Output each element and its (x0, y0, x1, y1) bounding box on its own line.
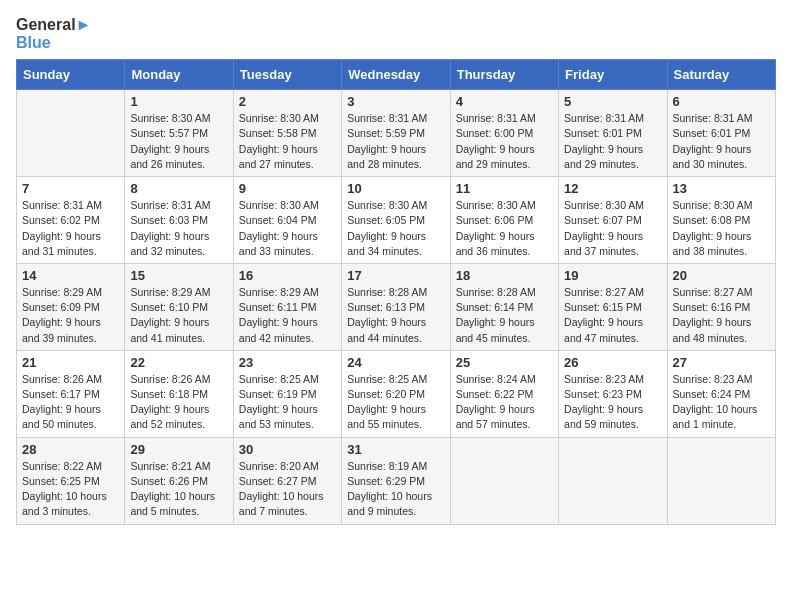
day-info: Sunrise: 8:31 AM Sunset: 6:01 PM Dayligh… (673, 111, 770, 172)
day-info: Sunrise: 8:30 AM Sunset: 6:06 PM Dayligh… (456, 198, 553, 259)
column-header-tuesday: Tuesday (233, 60, 341, 90)
calendar-week-3: 14 Sunrise: 8:29 AM Sunset: 6:09 PM Dayl… (17, 263, 776, 350)
calendar-cell: 23 Sunrise: 8:25 AM Sunset: 6:19 PM Dayl… (233, 350, 341, 437)
calendar-cell: 11 Sunrise: 8:30 AM Sunset: 6:06 PM Dayl… (450, 177, 558, 264)
day-info: Sunrise: 8:31 AM Sunset: 6:03 PM Dayligh… (130, 198, 227, 259)
day-number: 15 (130, 268, 227, 283)
calendar-cell: 21 Sunrise: 8:26 AM Sunset: 6:17 PM Dayl… (17, 350, 125, 437)
day-number: 24 (347, 355, 444, 370)
calendar-week-4: 21 Sunrise: 8:26 AM Sunset: 6:17 PM Dayl… (17, 350, 776, 437)
day-number: 27 (673, 355, 770, 370)
calendar-week-2: 7 Sunrise: 8:31 AM Sunset: 6:02 PM Dayli… (17, 177, 776, 264)
column-header-friday: Friday (559, 60, 667, 90)
day-info: Sunrise: 8:27 AM Sunset: 6:16 PM Dayligh… (673, 285, 770, 346)
calendar-cell: 14 Sunrise: 8:29 AM Sunset: 6:09 PM Dayl… (17, 263, 125, 350)
day-number: 13 (673, 181, 770, 196)
calendar-cell (17, 90, 125, 177)
day-info: Sunrise: 8:23 AM Sunset: 6:24 PM Dayligh… (673, 372, 770, 433)
day-number: 20 (673, 268, 770, 283)
day-info: Sunrise: 8:31 AM Sunset: 5:59 PM Dayligh… (347, 111, 444, 172)
calendar-cell: 16 Sunrise: 8:29 AM Sunset: 6:11 PM Dayl… (233, 263, 341, 350)
calendar-cell: 18 Sunrise: 8:28 AM Sunset: 6:14 PM Dayl… (450, 263, 558, 350)
day-number: 25 (456, 355, 553, 370)
calendar-cell (450, 437, 558, 524)
calendar-cell (559, 437, 667, 524)
day-info: Sunrise: 8:22 AM Sunset: 6:25 PM Dayligh… (22, 459, 119, 520)
calendar-cell: 5 Sunrise: 8:31 AM Sunset: 6:01 PM Dayli… (559, 90, 667, 177)
calendar-cell: 29 Sunrise: 8:21 AM Sunset: 6:26 PM Dayl… (125, 437, 233, 524)
calendar-cell: 3 Sunrise: 8:31 AM Sunset: 5:59 PM Dayli… (342, 90, 450, 177)
calendar-cell: 9 Sunrise: 8:30 AM Sunset: 6:04 PM Dayli… (233, 177, 341, 264)
day-info: Sunrise: 8:29 AM Sunset: 6:09 PM Dayligh… (22, 285, 119, 346)
day-number: 18 (456, 268, 553, 283)
day-number: 5 (564, 94, 661, 109)
day-info: Sunrise: 8:28 AM Sunset: 6:13 PM Dayligh… (347, 285, 444, 346)
calendar-cell: 12 Sunrise: 8:30 AM Sunset: 6:07 PM Dayl… (559, 177, 667, 264)
day-info: Sunrise: 8:24 AM Sunset: 6:22 PM Dayligh… (456, 372, 553, 433)
day-number: 21 (22, 355, 119, 370)
day-number: 16 (239, 268, 336, 283)
day-info: Sunrise: 8:30 AM Sunset: 6:05 PM Dayligh… (347, 198, 444, 259)
day-number: 6 (673, 94, 770, 109)
day-info: Sunrise: 8:31 AM Sunset: 6:01 PM Dayligh… (564, 111, 661, 172)
day-info: Sunrise: 8:30 AM Sunset: 5:58 PM Dayligh… (239, 111, 336, 172)
day-info: Sunrise: 8:30 AM Sunset: 6:08 PM Dayligh… (673, 198, 770, 259)
calendar-week-5: 28 Sunrise: 8:22 AM Sunset: 6:25 PM Dayl… (17, 437, 776, 524)
calendar-week-1: 1 Sunrise: 8:30 AM Sunset: 5:57 PM Dayli… (17, 90, 776, 177)
calendar-cell: 19 Sunrise: 8:27 AM Sunset: 6:15 PM Dayl… (559, 263, 667, 350)
day-number: 28 (22, 442, 119, 457)
day-number: 2 (239, 94, 336, 109)
day-info: Sunrise: 8:31 AM Sunset: 6:02 PM Dayligh… (22, 198, 119, 259)
column-header-thursday: Thursday (450, 60, 558, 90)
day-info: Sunrise: 8:19 AM Sunset: 6:29 PM Dayligh… (347, 459, 444, 520)
calendar-cell: 26 Sunrise: 8:23 AM Sunset: 6:23 PM Dayl… (559, 350, 667, 437)
calendar-cell: 6 Sunrise: 8:31 AM Sunset: 6:01 PM Dayli… (667, 90, 775, 177)
column-header-monday: Monday (125, 60, 233, 90)
day-info: Sunrise: 8:31 AM Sunset: 6:00 PM Dayligh… (456, 111, 553, 172)
calendar-cell: 4 Sunrise: 8:31 AM Sunset: 6:00 PM Dayli… (450, 90, 558, 177)
day-number: 23 (239, 355, 336, 370)
day-number: 11 (456, 181, 553, 196)
day-number: 19 (564, 268, 661, 283)
day-info: Sunrise: 8:23 AM Sunset: 6:23 PM Dayligh… (564, 372, 661, 433)
day-info: Sunrise: 8:25 AM Sunset: 6:19 PM Dayligh… (239, 372, 336, 433)
calendar-cell: 28 Sunrise: 8:22 AM Sunset: 6:25 PM Dayl… (17, 437, 125, 524)
day-info: Sunrise: 8:25 AM Sunset: 6:20 PM Dayligh… (347, 372, 444, 433)
column-header-wednesday: Wednesday (342, 60, 450, 90)
day-info: Sunrise: 8:26 AM Sunset: 6:18 PM Dayligh… (130, 372, 227, 433)
day-info: Sunrise: 8:30 AM Sunset: 6:04 PM Dayligh… (239, 198, 336, 259)
calendar-cell: 1 Sunrise: 8:30 AM Sunset: 5:57 PM Dayli… (125, 90, 233, 177)
day-info: Sunrise: 8:30 AM Sunset: 5:57 PM Dayligh… (130, 111, 227, 172)
day-info: Sunrise: 8:29 AM Sunset: 6:11 PM Dayligh… (239, 285, 336, 346)
logo-blue: Blue (16, 34, 91, 52)
day-info: Sunrise: 8:27 AM Sunset: 6:15 PM Dayligh… (564, 285, 661, 346)
day-number: 3 (347, 94, 444, 109)
day-number: 30 (239, 442, 336, 457)
calendar-cell (667, 437, 775, 524)
day-info: Sunrise: 8:20 AM Sunset: 6:27 PM Dayligh… (239, 459, 336, 520)
day-number: 4 (456, 94, 553, 109)
calendar-cell: 15 Sunrise: 8:29 AM Sunset: 6:10 PM Dayl… (125, 263, 233, 350)
day-number: 7 (22, 181, 119, 196)
calendar-cell: 17 Sunrise: 8:28 AM Sunset: 6:13 PM Dayl… (342, 263, 450, 350)
calendar-cell: 31 Sunrise: 8:19 AM Sunset: 6:29 PM Dayl… (342, 437, 450, 524)
calendar-cell: 24 Sunrise: 8:25 AM Sunset: 6:20 PM Dayl… (342, 350, 450, 437)
day-number: 1 (130, 94, 227, 109)
calendar-cell: 25 Sunrise: 8:24 AM Sunset: 6:22 PM Dayl… (450, 350, 558, 437)
calendar-cell: 2 Sunrise: 8:30 AM Sunset: 5:58 PM Dayli… (233, 90, 341, 177)
day-number: 9 (239, 181, 336, 196)
calendar-cell: 20 Sunrise: 8:27 AM Sunset: 6:16 PM Dayl… (667, 263, 775, 350)
day-number: 29 (130, 442, 227, 457)
calendar-cell: 7 Sunrise: 8:31 AM Sunset: 6:02 PM Dayli… (17, 177, 125, 264)
day-info: Sunrise: 8:21 AM Sunset: 6:26 PM Dayligh… (130, 459, 227, 520)
calendar-cell: 27 Sunrise: 8:23 AM Sunset: 6:24 PM Dayl… (667, 350, 775, 437)
day-number: 31 (347, 442, 444, 457)
page-header: General► Blue (16, 16, 776, 51)
day-info: Sunrise: 8:29 AM Sunset: 6:10 PM Dayligh… (130, 285, 227, 346)
calendar-cell: 10 Sunrise: 8:30 AM Sunset: 6:05 PM Dayl… (342, 177, 450, 264)
day-number: 12 (564, 181, 661, 196)
calendar-cell: 13 Sunrise: 8:30 AM Sunset: 6:08 PM Dayl… (667, 177, 775, 264)
calendar-cell: 30 Sunrise: 8:20 AM Sunset: 6:27 PM Dayl… (233, 437, 341, 524)
day-info: Sunrise: 8:26 AM Sunset: 6:17 PM Dayligh… (22, 372, 119, 433)
calendar-cell: 8 Sunrise: 8:31 AM Sunset: 6:03 PM Dayli… (125, 177, 233, 264)
